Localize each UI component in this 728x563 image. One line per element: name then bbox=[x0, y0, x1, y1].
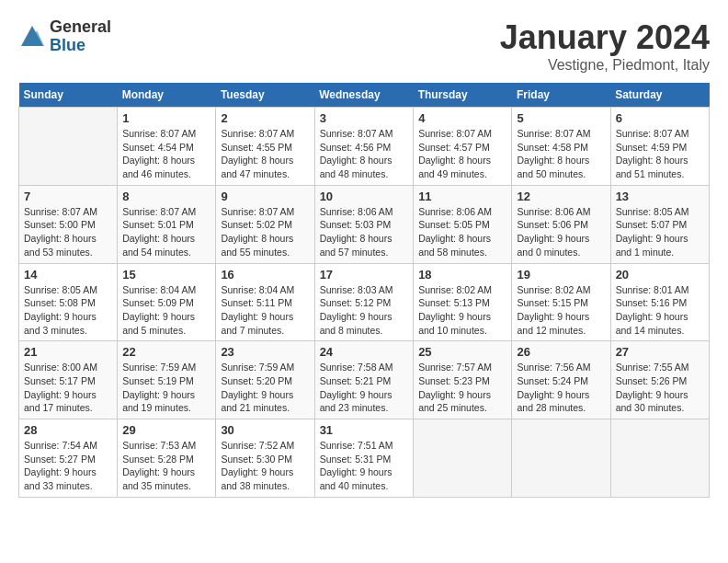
calendar-cell: 29Sunrise: 7:53 AM Sunset: 5:28 PM Dayli… bbox=[118, 419, 216, 498]
day-info: Sunrise: 8:06 AM Sunset: 5:05 PM Dayligh… bbox=[418, 205, 506, 259]
column-header-friday: Friday bbox=[512, 83, 610, 108]
day-number: 26 bbox=[517, 345, 605, 359]
calendar-cell: 23Sunrise: 7:59 AM Sunset: 5:20 PM Dayli… bbox=[216, 341, 314, 419]
day-number: 19 bbox=[517, 268, 605, 282]
day-number: 14 bbox=[24, 268, 112, 282]
calendar-cell: 24Sunrise: 7:58 AM Sunset: 5:21 PM Dayli… bbox=[314, 341, 414, 419]
column-header-thursday: Thursday bbox=[414, 83, 512, 108]
logo-blue-text: Blue bbox=[50, 37, 111, 55]
day-number: 16 bbox=[221, 268, 309, 282]
logo: General Blue bbox=[18, 18, 111, 55]
day-info: Sunrise: 7:56 AM Sunset: 5:24 PM Dayligh… bbox=[517, 361, 605, 415]
calendar-week-row: 1Sunrise: 8:07 AM Sunset: 4:54 PM Daylig… bbox=[19, 108, 710, 186]
month-title: January 2024 bbox=[500, 18, 710, 57]
calendar-cell: 10Sunrise: 8:06 AM Sunset: 5:03 PM Dayli… bbox=[314, 185, 414, 263]
day-info: Sunrise: 8:02 AM Sunset: 5:15 PM Dayligh… bbox=[517, 283, 605, 338]
calendar-week-row: 7Sunrise: 8:07 AM Sunset: 5:00 PM Daylig… bbox=[19, 185, 710, 263]
calendar-cell: 6Sunrise: 8:07 AM Sunset: 4:59 PM Daylig… bbox=[610, 108, 709, 186]
calendar-cell: 19Sunrise: 8:02 AM Sunset: 5:15 PM Dayli… bbox=[512, 263, 610, 341]
calendar-cell: 28Sunrise: 7:54 AM Sunset: 5:27 PM Dayli… bbox=[19, 419, 118, 498]
calendar-cell: 5Sunrise: 8:07 AM Sunset: 4:58 PM Daylig… bbox=[512, 108, 610, 186]
calendar-cell: 4Sunrise: 8:07 AM Sunset: 4:57 PM Daylig… bbox=[414, 108, 512, 186]
calendar-cell: 1Sunrise: 8:07 AM Sunset: 4:54 PM Daylig… bbox=[118, 108, 216, 186]
calendar-cell: 17Sunrise: 8:03 AM Sunset: 5:12 PM Dayli… bbox=[314, 263, 414, 341]
calendar-cell: 22Sunrise: 7:59 AM Sunset: 5:19 PM Dayli… bbox=[118, 341, 216, 419]
day-info: Sunrise: 7:59 AM Sunset: 5:19 PM Dayligh… bbox=[122, 361, 210, 415]
day-number: 9 bbox=[221, 190, 309, 203]
day-info: Sunrise: 8:07 AM Sunset: 4:56 PM Dayligh… bbox=[320, 127, 409, 181]
calendar-week-row: 28Sunrise: 7:54 AM Sunset: 5:27 PM Dayli… bbox=[19, 419, 710, 498]
day-info: Sunrise: 7:59 AM Sunset: 5:20 PM Dayligh… bbox=[221, 361, 309, 415]
calendar-cell: 21Sunrise: 8:00 AM Sunset: 5:17 PM Dayli… bbox=[19, 341, 118, 419]
title-block: January 2024 Vestigne, Piedmont, Italy bbox=[500, 18, 710, 74]
calendar-cell: 18Sunrise: 8:02 AM Sunset: 5:13 PM Dayli… bbox=[414, 263, 512, 341]
day-info: Sunrise: 8:02 AM Sunset: 5:13 PM Dayligh… bbox=[418, 283, 506, 338]
column-header-sunday: Sunday bbox=[19, 83, 118, 108]
calendar-cell: 31Sunrise: 7:51 AM Sunset: 5:31 PM Dayli… bbox=[314, 419, 414, 498]
column-header-wednesday: Wednesday bbox=[314, 83, 414, 108]
day-number: 5 bbox=[517, 111, 605, 125]
page-header: General Blue January 2024 Vestigne, Pied… bbox=[18, 18, 710, 74]
day-number: 29 bbox=[122, 423, 210, 437]
day-number: 20 bbox=[616, 268, 704, 282]
calendar-week-row: 14Sunrise: 8:05 AM Sunset: 5:08 PM Dayli… bbox=[19, 263, 710, 341]
day-number: 24 bbox=[320, 345, 409, 359]
calendar-header-row: SundayMondayTuesdayWednesdayThursdayFrid… bbox=[19, 83, 710, 108]
calendar-cell: 15Sunrise: 8:04 AM Sunset: 5:09 PM Dayli… bbox=[118, 263, 216, 341]
day-number: 2 bbox=[221, 111, 309, 125]
day-number: 8 bbox=[122, 190, 210, 203]
day-info: Sunrise: 8:06 AM Sunset: 5:03 PM Dayligh… bbox=[320, 205, 409, 259]
calendar-cell: 3Sunrise: 8:07 AM Sunset: 4:56 PM Daylig… bbox=[314, 108, 414, 186]
calendar-cell bbox=[610, 419, 709, 498]
calendar-table: SundayMondayTuesdayWednesdayThursdayFrid… bbox=[18, 83, 710, 498]
calendar-cell bbox=[414, 419, 512, 498]
day-info: Sunrise: 7:57 AM Sunset: 5:23 PM Dayligh… bbox=[418, 361, 506, 415]
day-info: Sunrise: 8:06 AM Sunset: 5:06 PM Dayligh… bbox=[517, 205, 605, 259]
day-number: 23 bbox=[221, 345, 309, 359]
day-info: Sunrise: 8:07 AM Sunset: 5:02 PM Dayligh… bbox=[221, 205, 309, 259]
day-info: Sunrise: 8:00 AM Sunset: 5:17 PM Dayligh… bbox=[24, 361, 112, 415]
day-number: 11 bbox=[418, 190, 506, 203]
day-number: 1 bbox=[122, 111, 210, 125]
logo-icon bbox=[18, 23, 46, 51]
day-number: 30 bbox=[221, 423, 309, 437]
calendar-cell: 8Sunrise: 8:07 AM Sunset: 5:01 PM Daylig… bbox=[118, 185, 216, 263]
calendar-cell: 30Sunrise: 7:52 AM Sunset: 5:30 PM Dayli… bbox=[216, 419, 314, 498]
day-info: Sunrise: 7:54 AM Sunset: 5:27 PM Dayligh… bbox=[24, 439, 112, 493]
day-number: 25 bbox=[418, 345, 506, 359]
day-info: Sunrise: 8:07 AM Sunset: 5:01 PM Dayligh… bbox=[122, 205, 210, 259]
calendar-week-row: 21Sunrise: 8:00 AM Sunset: 5:17 PM Dayli… bbox=[19, 341, 710, 419]
day-info: Sunrise: 8:04 AM Sunset: 5:09 PM Dayligh… bbox=[122, 283, 210, 338]
calendar-cell: 25Sunrise: 7:57 AM Sunset: 5:23 PM Dayli… bbox=[414, 341, 512, 419]
day-info: Sunrise: 8:05 AM Sunset: 5:07 PM Dayligh… bbox=[616, 205, 704, 259]
column-header-saturday: Saturday bbox=[610, 83, 709, 108]
day-info: Sunrise: 7:53 AM Sunset: 5:28 PM Dayligh… bbox=[122, 439, 210, 493]
day-info: Sunrise: 8:05 AM Sunset: 5:08 PM Dayligh… bbox=[24, 283, 112, 338]
day-info: Sunrise: 8:07 AM Sunset: 5:00 PM Dayligh… bbox=[24, 205, 112, 259]
day-info: Sunrise: 7:51 AM Sunset: 5:31 PM Dayligh… bbox=[320, 439, 409, 493]
day-info: Sunrise: 8:07 AM Sunset: 4:54 PM Dayligh… bbox=[122, 127, 210, 181]
day-number: 7 bbox=[24, 190, 112, 203]
calendar-cell: 13Sunrise: 8:05 AM Sunset: 5:07 PM Dayli… bbox=[610, 185, 709, 263]
day-number: 27 bbox=[616, 345, 704, 359]
calendar-cell: 26Sunrise: 7:56 AM Sunset: 5:24 PM Dayli… bbox=[512, 341, 610, 419]
calendar-cell: 11Sunrise: 8:06 AM Sunset: 5:05 PM Dayli… bbox=[414, 185, 512, 263]
day-number: 6 bbox=[616, 111, 704, 125]
calendar-cell: 2Sunrise: 8:07 AM Sunset: 4:55 PM Daylig… bbox=[216, 108, 314, 186]
day-number: 17 bbox=[320, 268, 409, 282]
day-info: Sunrise: 7:58 AM Sunset: 5:21 PM Dayligh… bbox=[320, 361, 409, 415]
day-info: Sunrise: 8:01 AM Sunset: 5:16 PM Dayligh… bbox=[616, 283, 704, 338]
day-number: 21 bbox=[24, 345, 112, 359]
day-info: Sunrise: 8:04 AM Sunset: 5:11 PM Dayligh… bbox=[221, 283, 309, 338]
day-info: Sunrise: 8:07 AM Sunset: 4:59 PM Dayligh… bbox=[616, 127, 704, 181]
calendar-cell bbox=[19, 108, 118, 186]
day-info: Sunrise: 8:07 AM Sunset: 4:57 PM Dayligh… bbox=[418, 127, 506, 181]
day-number: 13 bbox=[616, 190, 704, 203]
day-number: 12 bbox=[517, 190, 605, 203]
day-number: 15 bbox=[122, 268, 210, 282]
day-info: Sunrise: 7:52 AM Sunset: 5:30 PM Dayligh… bbox=[221, 439, 309, 493]
day-number: 3 bbox=[320, 111, 409, 125]
day-info: Sunrise: 7:55 AM Sunset: 5:26 PM Dayligh… bbox=[616, 361, 704, 415]
calendar-cell: 27Sunrise: 7:55 AM Sunset: 5:26 PM Dayli… bbox=[610, 341, 709, 419]
logo-general-text: General bbox=[50, 18, 111, 37]
